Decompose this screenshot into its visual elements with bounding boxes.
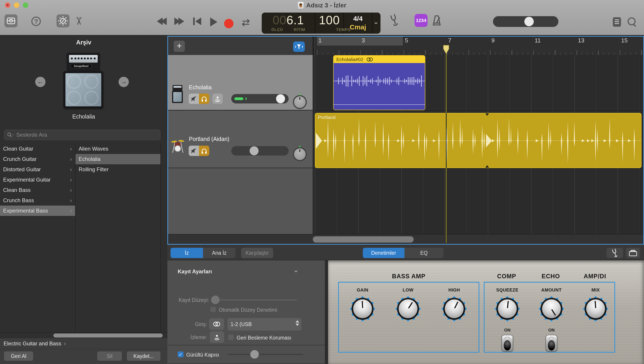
- library-scrollbar-thumb[interactable]: [53, 333, 163, 337]
- sidebar-category-crunch-bass[interactable]: Crunch Bass›: [0, 195, 75, 206]
- knob-mix[interactable]: [582, 296, 608, 322]
- input-source-select[interactable]: 1-2 (USB: [228, 318, 302, 330]
- sidebar-preset-echolalia[interactable]: Echolalia: [76, 154, 160, 164]
- search-scope-chevron-icon[interactable]: ›: [12, 134, 16, 135]
- track-volume-slider[interactable]: [231, 94, 288, 103]
- metronome-button[interactable]: [431, 14, 443, 27]
- master-volume-slider[interactable]: [493, 16, 558, 27]
- tuner-tool-button[interactable]: [606, 248, 623, 258]
- add-track-button[interactable]: +: [174, 41, 185, 52]
- knob-gain[interactable]: [350, 296, 376, 322]
- sidebar-category-crunch-guitar[interactable]: Crunch Guitar›: [0, 154, 75, 164]
- undo-button[interactable]: Geri Al: [4, 351, 33, 361]
- cycle-button[interactable]: [240, 19, 252, 27]
- lcd-beat-label: RİTİM: [294, 28, 305, 32]
- count-in-button[interactable]: 1234: [414, 14, 428, 27]
- input-monitoring-button[interactable]: [212, 94, 223, 104]
- track-name[interactable]: Portland (Aidan): [189, 136, 230, 142]
- lcd-display[interactable]: 006.1 ÖLÇÜ RİTİM 100 TEMPO 4/4 Cmaj ›: [262, 13, 380, 34]
- timeline-ruler[interactable]: 13579111315: [312, 37, 643, 55]
- editor-scissors-icon[interactable]: ✂: [72, 17, 85, 26]
- record-button[interactable]: [224, 19, 234, 28]
- rewind-button[interactable]: [157, 18, 167, 25]
- amp-designer-button[interactable]: [626, 248, 640, 258]
- breadcrumb[interactable]: Electric Guitar and Bass ›: [0, 338, 168, 349]
- quick-help-button[interactable]: ?: [31, 17, 41, 26]
- sidebar-category-clean-guitar[interactable]: Clean Guitar›: [0, 144, 75, 154]
- collapse-chevron-icon[interactable]: ›: [293, 270, 300, 272]
- auto-level-checkbox[interactable]: [210, 307, 216, 312]
- knob-amount[interactable]: [538, 296, 564, 322]
- project-notes-button[interactable]: [612, 17, 622, 27]
- sidebar-preset-alien-waves[interactable]: Alien Waves: [76, 144, 160, 154]
- library-search-field[interactable]: ›: [4, 130, 160, 140]
- solo-button[interactable]: [199, 146, 209, 156]
- tab-controls[interactable]: Denetimler: [363, 248, 404, 258]
- tab-eq[interactable]: EQ: [404, 248, 444, 258]
- monitoring-button[interactable]: [210, 331, 224, 343]
- timeline-horizontal-scrollbar[interactable]: [168, 234, 643, 244]
- compare-button[interactable]: Karşılaştır: [241, 248, 273, 258]
- lcd-display-menu-button[interactable]: ›: [372, 13, 380, 34]
- track-header-portland[interactable]: Portland (Aidan): [168, 111, 312, 168]
- fast-forward-button[interactable]: [174, 18, 184, 25]
- track-header-echolalia[interactable]: Echolalia: [168, 55, 312, 110]
- playhead-line[interactable]: [446, 53, 446, 243]
- toggle-switch-echo[interactable]: [546, 335, 557, 351]
- next-sound-button[interactable]: →: [118, 77, 129, 87]
- volume-thumb[interactable]: [276, 94, 285, 103]
- audio-waveform: [334, 63, 425, 110]
- input-format-button[interactable]: [209, 318, 224, 330]
- tab-track[interactable]: İz: [170, 248, 203, 258]
- region-echolalia[interactable]: Echolalia#02: [333, 55, 425, 110]
- region-portland[interactable]: Portland: [315, 113, 642, 168]
- feedback-protection-checkbox[interactable]: [228, 334, 234, 340]
- section-divider: [168, 345, 325, 345]
- tuner-button[interactable]: [388, 14, 400, 26]
- save-button[interactable]: Kaydet...: [127, 351, 160, 361]
- pan-knob[interactable]: [294, 96, 306, 108]
- knob-high[interactable]: [441, 296, 467, 322]
- sidebar-category-distorted-guitar[interactable]: Distorted Guitar›: [0, 164, 75, 174]
- sidebar-category-experimental-guitar[interactable]: Experimental Guitar›: [0, 174, 75, 185]
- volume-thumb[interactable]: [250, 146, 258, 155]
- play-button[interactable]: [210, 18, 217, 27]
- recording-settings-title[interactable]: Kayıt Ayarları: [178, 268, 212, 275]
- timeline-scrollbar-thumb[interactable]: [313, 236, 414, 243]
- toggle-switch-comp[interactable]: [502, 335, 513, 351]
- sidebar-preset-rolling-filter[interactable]: Rolling Filter: [76, 164, 160, 174]
- delete-button[interactable]: Sil: [97, 351, 122, 361]
- noise-gate-slider[interactable]: [228, 354, 303, 355]
- mute-button[interactable]: [189, 94, 199, 104]
- knob-squeeze[interactable]: [494, 296, 520, 322]
- search-input[interactable]: [16, 131, 158, 138]
- sidebar-category-clean-bass[interactable]: Clean Bass›: [0, 185, 75, 195]
- track-filter-button[interactable]: › ‹: [293, 42, 305, 52]
- loop-browser-button[interactable]: [626, 17, 637, 27]
- lcd-tempo-section[interactable]: 100 TEMPO: [315, 13, 344, 34]
- master-volume-thumb[interactable]: [524, 17, 534, 26]
- lcd-key-section[interactable]: 4/4 Cmaj: [344, 13, 372, 34]
- pan-knob[interactable]: [294, 148, 306, 160]
- sidebar-category-experimental-bass[interactable]: Experimental Bass›: [0, 206, 75, 216]
- previous-sound-button[interactable]: ←: [35, 77, 46, 87]
- solo-button[interactable]: [199, 94, 209, 104]
- breadcrumb-label[interactable]: Electric Guitar and Bass: [4, 340, 61, 347]
- library-horizontal-scrollbar[interactable]: [0, 332, 168, 338]
- record-level-slider[interactable]: [212, 299, 297, 300]
- tab-master[interactable]: Ana İz: [203, 248, 236, 258]
- region-header[interactable]: Echolalia#02: [334, 56, 425, 63]
- noise-gate-checkbox[interactable]: ✓: [178, 351, 184, 357]
- ruler-numbers: 13579111315: [317, 37, 644, 46]
- go-to-beginning-button[interactable]: [193, 18, 201, 25]
- record-level-thumb[interactable]: [211, 296, 220, 304]
- knob-low[interactable]: [395, 296, 421, 322]
- mute-button[interactable]: [189, 146, 199, 156]
- noise-gate-thumb[interactable]: [250, 350, 259, 358]
- smart-controls-button[interactable]: [56, 14, 70, 27]
- sound-library-button[interactable]: [4, 14, 18, 27]
- timeline[interactable]: Echolalia#02 Portland: [315, 55, 643, 234]
- lcd-position-section[interactable]: 006.1 ÖLÇÜ RİTİM: [262, 13, 315, 34]
- track-name[interactable]: Echolalia: [189, 84, 212, 91]
- track-volume-slider[interactable]: [231, 146, 288, 155]
